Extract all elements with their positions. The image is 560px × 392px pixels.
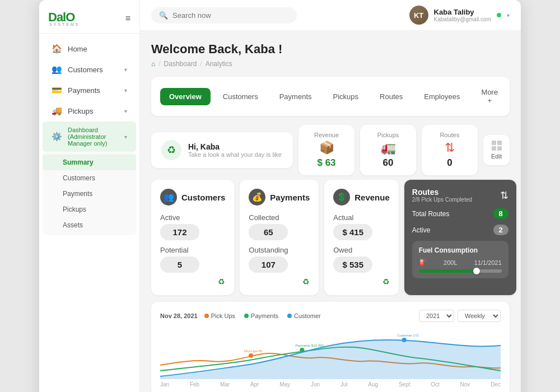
routes-active-row: Active 2 (412, 225, 508, 235)
payments-icon: 💳 (52, 85, 62, 95)
sidebar-item-home[interactable]: 🏠 Home (43, 39, 136, 59)
month-dec: Dec (491, 381, 501, 388)
customers-icon: 👥 (52, 64, 62, 74)
sidebar-item-dashboard[interactable]: ⚙️ Dashboard (Administrator Manager only… (43, 122, 136, 152)
edit-button[interactable]: Edit (483, 135, 510, 165)
sidebar-item-customers[interactable]: 👥 Customers ▾ (43, 59, 136, 80)
breadcrumb: ⌂ / Dashboard / Analytics (151, 60, 510, 68)
pickups-value: 60 (383, 157, 394, 169)
chevron-down-icon: ▾ (124, 134, 127, 140)
tab-more[interactable]: More + (473, 83, 507, 109)
nav-menu: 🏠 Home 👥 Customers ▾ 💳 Payments ▾ 🚚 Pick… (39, 34, 139, 392)
tab-payments[interactable]: Payments (270, 88, 321, 105)
tab-customers[interactable]: Customers (214, 88, 267, 105)
revenue-owed-section: Owed $ 535 (333, 246, 390, 273)
tab-overview[interactable]: Overview (160, 88, 211, 105)
tabs-row: Overview Customers Payments Pickups Rout… (160, 83, 501, 109)
greeting-card: ♻ Hi, Kaba Take a look a what your day i… (151, 132, 293, 168)
tab-employees[interactable]: Employees (415, 88, 469, 105)
chart-legend: Pick Ups Payments Customer (204, 312, 321, 319)
sidebar: DalO SYSTEMS ≡ 🏠 Home 👥 Customers ▾ 💳 Pa… (39, 0, 140, 392)
breadcrumb-analytics[interactable]: Analytics (206, 60, 232, 68)
submenu-item-pickups[interactable]: Pickups (43, 202, 136, 217)
stat-routes: Routes ⇅ 0 (422, 125, 478, 175)
greeting-text: Hi, Kaba Take a look a what your day is … (188, 142, 282, 158)
routes-total-label: Total Routes (412, 210, 450, 218)
revenue-owed-value: $ 535 (333, 256, 372, 273)
revenue-metric-footer: ♻ (333, 277, 390, 286)
user-status-indicator (497, 13, 501, 17)
breadcrumb-home[interactable]: ⌂ (151, 60, 155, 68)
sidebar-item-payments[interactable]: 💳 Payments ▾ (43, 80, 136, 100)
chart-dot-payments (300, 348, 304, 352)
revenue-metric-title: Revenue (354, 193, 390, 202)
chart-date: Nov 28, 2021 (160, 312, 198, 319)
chart-area: Pick Ups 65 Payments $10,000 Customer 17… (160, 329, 501, 379)
chevron-down-icon[interactable]: ▾ (507, 12, 510, 18)
month-may: May (279, 381, 290, 388)
search-input[interactable] (172, 11, 289, 20)
sidebar-item-pickups[interactable]: 🚚 Pickups ▾ (43, 101, 136, 121)
customers-potential-section: Potential 5 (160, 246, 225, 273)
routes-active-label: Active (412, 226, 431, 234)
month-nov: Nov (460, 381, 470, 388)
month-aug: Aug (368, 381, 378, 388)
legend-dot-customer (287, 314, 292, 318)
period-select[interactable]: Weekly Monthly (458, 310, 501, 322)
chart-label-customer: Customer 172 (398, 334, 419, 337)
legend-payments: Payments (244, 312, 278, 319)
home-icon: 🏠 (52, 44, 62, 54)
submenu-item-payments[interactable]: Payments (43, 186, 136, 202)
chart-month-labels: Jan Feb Mar Apr May Jun Jul Aug Sept Oct… (160, 381, 501, 388)
fuel-bar-knob[interactable] (473, 268, 480, 274)
legend-dot-payments (244, 314, 249, 318)
hamburger-icon[interactable]: ≡ (125, 13, 130, 24)
stat-pickups: Pickups 🚛 60 (360, 125, 416, 175)
tab-pickups[interactable]: Pickups (324, 88, 368, 105)
month-jul: Jul (340, 381, 348, 388)
chevron-right-icon: ▾ (124, 67, 127, 73)
month-feb: Feb (190, 381, 199, 388)
recycle-footer-icon: ♻ (302, 277, 310, 286)
routes-label: Routes (440, 132, 460, 138)
revenue-metric-header: 💲 Revenue (333, 189, 390, 206)
month-jan: Jan (160, 381, 169, 388)
tab-routes[interactable]: Routes (371, 88, 412, 105)
fuel-card: Fuel Consumption ⛽ 200L 11/1/2021 (412, 241, 508, 278)
sidebar-item-label: Customers (68, 66, 103, 74)
fuel-progress-bar (419, 269, 502, 273)
breadcrumb-dashboard[interactable]: Dashboard (164, 60, 197, 68)
payments-collected-value: 65 (249, 224, 288, 240)
payments-outstanding-value: 107 (249, 256, 288, 273)
fuel-date: 11/1/2021 (474, 259, 502, 266)
pickups-icon: 🚛 (381, 141, 396, 155)
submenu-item-summary[interactable]: Summary (43, 155, 136, 170)
customers-potential-value: 5 (160, 256, 199, 273)
legend-dot-pickups (204, 314, 209, 318)
customers-metric-icon: 👥 (160, 189, 177, 206)
routes-metric-card: Routes 2/8 Pick Ups Completed ⇅ Total Ro… (404, 180, 516, 295)
routes-card-subtitle: 2/8 Pick Ups Completed (412, 197, 472, 203)
submenu-item-assets[interactable]: Assets (43, 217, 136, 233)
submenu-item-customers[interactable]: Customers (43, 170, 136, 186)
fuel-title: Fuel Consumption (419, 246, 502, 254)
search-bar[interactable]: 🔍 (151, 7, 297, 24)
chart-label-pickups: Pick Ups 65 (244, 349, 263, 353)
revenue-actual-label: Actual (333, 213, 390, 222)
chart-label-payments: Payments $10,000 (295, 344, 324, 347)
customers-active-value: 172 (160, 224, 199, 240)
customers-metric-card: 👥 Customers Active 172 Potential 5 (151, 180, 234, 295)
payments-metric-header: 💰 Payments (249, 189, 310, 206)
customers-metric-header: 👥 Customers (160, 189, 225, 206)
payments-metric-icon: 💰 (249, 189, 265, 206)
main-content: 🔍 KT Kaba Taliby Kabataliby@gmail.com ▾ … (140, 0, 521, 392)
chevron-right-icon: ▾ (124, 87, 127, 94)
grid-icon (492, 141, 502, 151)
chart-dot-customer (402, 338, 407, 342)
avatar: KT (409, 6, 428, 25)
routes-value: 0 (447, 157, 452, 169)
summary-row: ♻ Hi, Kaba Take a look a what your day i… (151, 125, 510, 175)
payments-collected-label: Collected (249, 213, 310, 222)
pickups-icon: 🚚 (52, 106, 62, 116)
year-select[interactable]: 2021 2020 (419, 310, 454, 322)
